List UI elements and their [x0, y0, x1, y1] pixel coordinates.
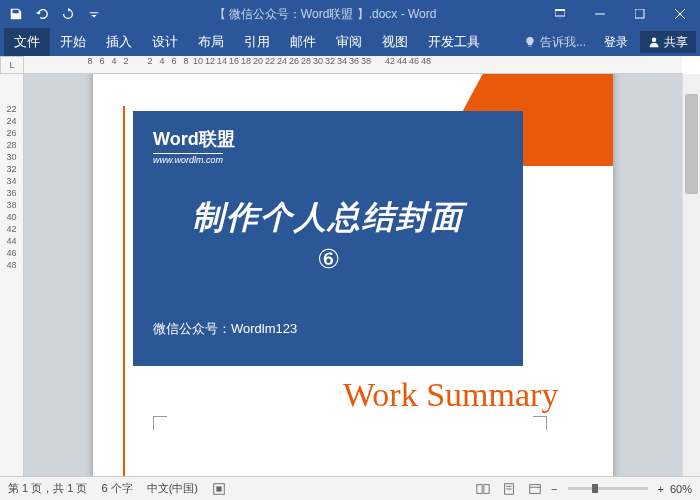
login-button[interactable]: 登录: [596, 28, 636, 56]
lightbulb-icon: [524, 36, 536, 48]
title-bar: 【 微信公众号：Word联盟 】.docx - Word: [0, 0, 700, 28]
svg-rect-8: [484, 484, 489, 493]
page: Word联盟 www.wordlm.com 制作个人总结封面 ⑥ 微信公众号：W…: [93, 74, 613, 476]
tab-view[interactable]: 视图: [372, 28, 418, 56]
svg-rect-3: [635, 9, 644, 18]
orange-line: [123, 106, 125, 476]
person-icon: [648, 36, 660, 48]
window-title: 【 微信公众号：Word联盟 】.docx - Word: [110, 6, 540, 23]
redo-button[interactable]: [56, 2, 80, 26]
undo-button[interactable]: [30, 2, 54, 26]
web-layout-button[interactable]: [525, 480, 545, 498]
zoom-slider-thumb[interactable]: [592, 484, 598, 493]
close-button[interactable]: [660, 0, 700, 28]
read-mode-button[interactable]: [473, 480, 493, 498]
status-bar: 第 1 页，共 1 页 6 个字 中文(中国) − + 60%: [0, 476, 700, 500]
svg-rect-1: [555, 9, 565, 11]
main-title: 制作个人总结封面: [153, 196, 503, 240]
tab-layout[interactable]: 布局: [188, 28, 234, 56]
tab-developer[interactable]: 开发工具: [418, 28, 490, 56]
zoom-slider[interactable]: [568, 487, 648, 490]
ribbon-tabs: 文件 开始 插入 设计 布局 引用 邮件 审阅 视图 开发工具 告诉我... 登…: [0, 28, 700, 56]
zoom-out-button[interactable]: −: [551, 483, 557, 495]
vertical-scrollbar[interactable]: [682, 74, 700, 476]
wechat-text: 微信公众号：Wordlm123: [153, 320, 503, 338]
maximize-button[interactable]: [620, 0, 660, 28]
status-words[interactable]: 6 个字: [101, 481, 132, 496]
tab-references[interactable]: 引用: [234, 28, 280, 56]
window-controls: [540, 0, 700, 28]
tab-mailings[interactable]: 邮件: [280, 28, 326, 56]
macro-icon[interactable]: [212, 482, 226, 496]
status-language[interactable]: 中文(中国): [147, 481, 198, 496]
workspace: L 86422468101214161820222426283032343638…: [0, 56, 700, 476]
svg-rect-6: [216, 486, 221, 491]
zoom-level[interactable]: 60%: [670, 483, 692, 495]
tab-home[interactable]: 开始: [50, 28, 96, 56]
vertical-ruler[interactable]: 2224262830323436384042444648: [0, 74, 24, 476]
crop-mark: [533, 416, 547, 430]
scrollbar-thumb[interactable]: [685, 94, 698, 194]
document-canvas[interactable]: Word联盟 www.wordlm.com 制作个人总结封面 ⑥ 微信公众号：W…: [24, 74, 682, 476]
logo: Word联盟: [153, 127, 503, 151]
quick-access-toolbar: [0, 2, 110, 26]
svg-rect-7: [477, 484, 482, 493]
save-button[interactable]: [4, 2, 28, 26]
horizontal-ruler[interactable]: 8642246810121416182022242628303234363842…: [24, 56, 682, 74]
circle-number: ⑥: [153, 244, 503, 275]
logo-url: www.wordlm.com: [153, 153, 223, 165]
minimize-button[interactable]: [580, 0, 620, 28]
share-button[interactable]: 共享: [640, 31, 696, 53]
blue-card: Word联盟 www.wordlm.com 制作个人总结封面 ⑥ 微信公众号：W…: [133, 111, 523, 366]
print-layout-button[interactable]: [499, 480, 519, 498]
tab-file[interactable]: 文件: [4, 28, 50, 56]
zoom-in-button[interactable]: +: [658, 483, 664, 495]
tell-me-search[interactable]: 告诉我...: [518, 34, 592, 51]
crop-mark: [153, 416, 167, 430]
tab-design[interactable]: 设计: [142, 28, 188, 56]
work-summary-text: Work Summary: [343, 376, 558, 414]
tab-insert[interactable]: 插入: [96, 28, 142, 56]
tab-review[interactable]: 审阅: [326, 28, 372, 56]
ribbon-options-button[interactable]: [540, 0, 580, 28]
ruler-corner[interactable]: L: [0, 56, 24, 74]
svg-point-4: [652, 38, 657, 43]
qat-customize-button[interactable]: [82, 2, 106, 26]
svg-rect-12: [530, 484, 541, 493]
status-page[interactable]: 第 1 页，共 1 页: [8, 481, 87, 496]
